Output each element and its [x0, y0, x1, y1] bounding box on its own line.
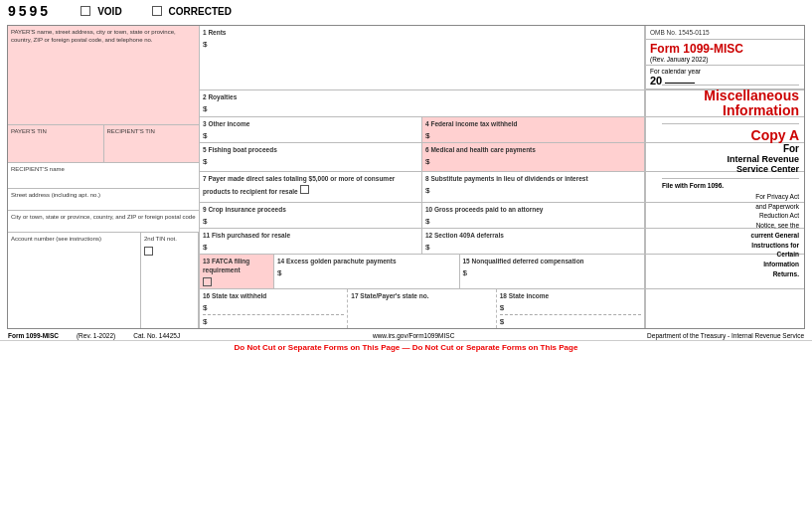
recipient-cell: RECIPIENT'S name [8, 163, 199, 189]
void-label: VOID [97, 6, 121, 17]
crop-cell: 9 Crop insurance proceeds $ [200, 203, 422, 228]
f3-label: 3 Other income [203, 120, 249, 127]
footer-form-label: Form 1099-MISC [8, 332, 59, 339]
form-name-label: Form 1099-MISC [650, 42, 800, 56]
f6-label: 6 Medical and health care payments [425, 146, 536, 153]
form-rev: (Rev. January 2022) [650, 56, 800, 63]
state-num-cell: 17 State/Payer's state no. [348, 289, 496, 328]
void-checkbox[interactable] [81, 6, 90, 16]
rents-cell: 1 Rents $ [200, 26, 645, 89]
state-inc-cell: 18 State income $ $ [497, 289, 645, 328]
corrected-label: CORRECTED [169, 6, 232, 17]
f7-checkbox[interactable] [300, 185, 309, 194]
payer-column: PAYER'S name, street address, city or to… [8, 26, 200, 328]
f11-dollar: $ [203, 243, 418, 252]
section409-cell: 12 Section 409A deferrals $ [422, 229, 645, 254]
footer-cat-label: Cat. No. 14425J [133, 332, 180, 339]
f8-label: 8 Substitute payments in lieu of dividen… [425, 175, 588, 182]
payer-main-cell: PAYER'S name, street address, city or to… [8, 26, 199, 125]
nonqualified-cell: 15 Nonqualified deferred compensation $ [460, 255, 646, 287]
footer-dept: Department of the Treasury - Internal Re… [647, 332, 804, 339]
calendar-cell: For calendar year 20 [646, 66, 804, 89]
spacer5 [645, 229, 804, 254]
f14-label: 14 Excess golden parachute payments [277, 258, 397, 264]
f4-label: 4 Federal income tax withheld [425, 120, 517, 127]
f13-label: 13 FATCA filing requirement [203, 257, 270, 274]
f1-label: 1 Rents [203, 29, 226, 36]
footer-rev-label: (Rev. 1-2022) [77, 332, 115, 339]
spacer1 [645, 117, 804, 142]
other-income-cell: 3 Other income $ [200, 117, 422, 142]
f16-dollar1: $ [203, 303, 344, 312]
fishing-cell: 5 Fishing boat proceeds $ [200, 143, 422, 171]
spacer2 [645, 143, 804, 171]
f16-dollar2: $ [203, 314, 344, 326]
do-not-cut-bar: Do Not Cut or Separate Forms on This Pag… [0, 340, 812, 354]
corrected-area: CORRECTED [152, 6, 232, 17]
recipient-tin-cell: RECIPIENT'S TIN [104, 125, 200, 162]
f2-dollar: $ [203, 104, 641, 113]
corrected-checkbox[interactable] [152, 6, 162, 16]
f9-dollar: $ [203, 217, 418, 226]
f9-label: 9 Crop insurance proceeds [203, 206, 286, 213]
f12-label: 12 Section 409A deferrals [425, 232, 504, 239]
f10-dollar: $ [425, 217, 641, 226]
city-label: City or town, state or province, country… [11, 214, 196, 220]
f13-checkbox[interactable] [203, 277, 212, 286]
f1-dollar: $ [203, 40, 641, 49]
payer-tin-cell: PAYER'S TIN [8, 125, 104, 162]
page: 9595 VOID CORRECTED PAYER'S name, street… [0, 0, 812, 527]
payer-tin-label: PAYER'S TIN [11, 128, 47, 134]
f6-dollar: $ [425, 157, 641, 166]
f3-dollar: $ [203, 131, 418, 140]
federal-tax-cell: 4 Federal income tax withheld $ [422, 117, 645, 142]
footer-row: Form 1099-MISC (Rev. 1-2022) Cat. No. 14… [0, 331, 812, 340]
rec-tin-label: RECIPIENT'S TIN [107, 128, 155, 134]
spacer4 [645, 203, 804, 228]
state-tax-cell: 16 State tax withheld $ $ [200, 289, 348, 328]
form-name-cell: Form 1099-MISC (Rev. January 2022) [646, 40, 804, 66]
excess-cell: 14 Excess golden parachute payments $ [274, 255, 460, 287]
f17-label: 17 State/Payer's state no. [351, 292, 428, 299]
footer-website: www.irs.gov/Form1099MISC [198, 332, 629, 339]
form-outer: PAYER'S name, street address, city or to… [7, 25, 805, 329]
royalties-cell: 2 Royalties $ [200, 90, 645, 116]
f8-dollar: $ [425, 186, 641, 195]
f16-label: 16 State tax withheld [203, 292, 266, 299]
city-cell: City or town, state or province, country… [8, 211, 199, 233]
f18-dollar2: $ [500, 314, 641, 326]
calendar-label: For calendar year [650, 68, 800, 75]
account-label: Account number (see instructions) [11, 236, 101, 242]
f12-dollar: $ [425, 243, 641, 252]
f5-dollar: $ [203, 157, 418, 166]
void-area: VOID [81, 6, 121, 17]
f15-dollar: $ [463, 268, 642, 277]
center-column: 1 Rents $ OMB No. 1545-0115 Form 1099-MI… [200, 26, 804, 328]
recipient-label: RECIPIENT'S name [11, 166, 65, 172]
f2-label: 2 Royalties [203, 93, 237, 100]
spacer3 [645, 172, 804, 202]
f10-label: 10 Gross proceeds paid to an attorney [425, 206, 543, 213]
year-value: 20 [650, 75, 662, 87]
year-line [665, 83, 695, 84]
omb-label: OMB No. 1545-0115 [650, 29, 710, 36]
do-not-cut-text: Do Not Cut or Separate Forms on This Pag… [235, 343, 578, 352]
tin-row: PAYER'S TIN RECIPIENT'S TIN [8, 125, 199, 163]
f18-label: 18 State income [500, 292, 550, 299]
omb-cell: OMB No. 1545-0115 [646, 26, 804, 40]
street-cell: Street address (including apt. no.) [8, 189, 199, 211]
f4-dollar: $ [425, 131, 641, 140]
payer-label: PAYER'S name, street address, city or to… [11, 29, 176, 43]
fatca-cell: 13 FATCA filing requirement [200, 255, 274, 287]
second-tin-cell: 2nd TIN not. [141, 233, 199, 327]
substitute-cell: 8 Substitute payments in lieu of dividen… [422, 172, 645, 202]
street-label: Street address (including apt. no.) [11, 192, 100, 198]
second-tin-checkbox[interactable] [144, 247, 153, 256]
account-cell: Account number (see instructions) [8, 233, 141, 327]
copy-a-section [645, 90, 804, 116]
f11-label: 11 Fish purchased for resale [203, 232, 290, 239]
medical-cell: 6 Medical and health care payments $ [422, 143, 645, 171]
form-number: 9595 [8, 3, 51, 19]
form-body: PAYER'S name, street address, city or to… [8, 26, 804, 328]
spacer7 [645, 289, 804, 328]
